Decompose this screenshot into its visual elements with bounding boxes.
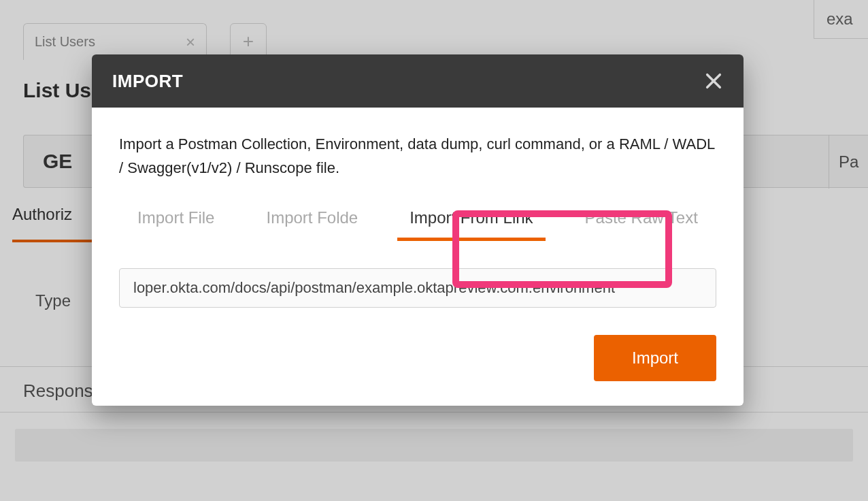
import-url-input[interactable]: [119, 268, 716, 308]
modal-footer: Import: [119, 335, 716, 381]
close-icon[interactable]: [704, 71, 723, 91]
import-modal: IMPORT Import a Postman Collection, Envi…: [92, 54, 744, 406]
import-button[interactable]: Import: [594, 335, 716, 381]
tab-paste-raw-text[interactable]: Paste Raw Text: [581, 208, 702, 238]
tab-import-file[interactable]: Import File: [133, 208, 218, 238]
import-mode-tabs: Import File Import Folde Import From Lin…: [119, 208, 716, 238]
tab-import-from-link[interactable]: Import From Link: [405, 208, 537, 238]
modal-header: IMPORT: [92, 54, 744, 108]
tab-import-folder[interactable]: Import Folde: [262, 208, 362, 238]
modal-body: Import a Postman Collection, Environment…: [92, 108, 744, 406]
modal-title: IMPORT: [112, 71, 183, 92]
modal-description: Import a Postman Collection, Environment…: [119, 132, 716, 180]
